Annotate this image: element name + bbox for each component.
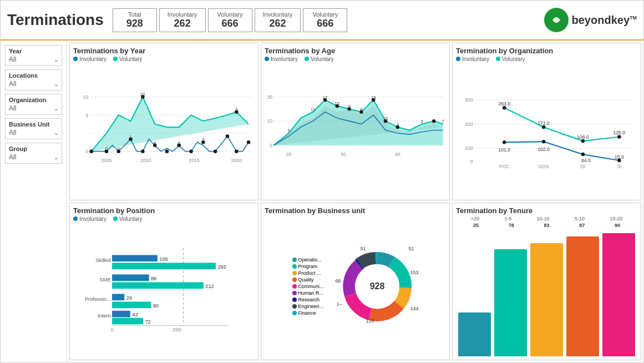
stat-box: Involuntary262: [255, 8, 301, 32]
stat-box: Voluntary666: [208, 8, 252, 32]
chart-by-age-area: 20 10 0 20 30 40: [265, 64, 446, 196]
svg-point-79: [542, 125, 546, 129]
filter-select[interactable]: All ⌄: [9, 153, 58, 161]
svg-rect-103: [112, 274, 149, 281]
chevron-down-icon: ⌄: [54, 81, 58, 87]
filter-group: Organization All ⌄: [5, 94, 62, 115]
svg-point-78: [503, 106, 506, 110]
filter-select[interactable]: All ⌄: [9, 104, 58, 112]
svg-text:200: 200: [465, 122, 473, 127]
svg-text:29: 29: [126, 295, 132, 301]
svg-text:105: 105: [159, 256, 168, 262]
svg-text:9: 9: [348, 104, 350, 109]
svg-text:POC: POC: [499, 164, 510, 169]
svg-text:Professio...: Professio...: [85, 296, 111, 302]
label-1: 1–: [337, 301, 342, 307]
chevron-down-icon: ⌄: [54, 105, 58, 112]
filter-select[interactable]: All ⌄: [9, 129, 58, 137]
svg-text:101.0: 101.0: [498, 147, 510, 153]
filter-select[interactable]: All ⌄: [9, 80, 58, 88]
chart-by-position-legend: Involuntary Voluntary: [73, 216, 255, 222]
filter-label: Locations: [9, 72, 58, 79]
svg-point-17: [141, 149, 145, 153]
svg-text:10: 10: [83, 94, 89, 100]
svg-point-81: [617, 135, 621, 139]
stat-box: Total928: [113, 8, 157, 32]
stat-label: Voluntary: [216, 11, 244, 18]
filter-group: Business Unit All ⌄: [5, 118, 62, 139]
filter-group: Locations All ⌄: [5, 69, 62, 90]
stat-label: Involuntary: [263, 11, 293, 18]
label-51-left: 51: [361, 246, 366, 251]
product-dot: [292, 271, 297, 275]
svg-text:72: 72: [145, 319, 151, 325]
header-stats: Total928Involuntary262Voluntary666Involu…: [113, 8, 539, 32]
svg-text:40: 40: [395, 152, 400, 157]
legend-quality: Quality: [292, 277, 331, 283]
svg-text:2005: 2005: [101, 158, 112, 163]
stat-value: 262: [263, 18, 293, 29]
label-110: 110: [366, 318, 374, 324]
org-involuntary-dot: [456, 57, 460, 61]
svg-text:SME: SME: [100, 277, 111, 283]
svg-marker-47: [273, 100, 443, 145]
svg-text:102.0: 102.0: [537, 147, 550, 152]
donut-total: 928: [369, 281, 384, 291]
svg-text:SI: SI: [617, 164, 621, 169]
filter-group: Year All ⌄: [5, 45, 62, 66]
svg-point-23: [214, 149, 217, 153]
svg-text:15.0: 15.0: [615, 154, 624, 160]
tenure-bar-1-5: [494, 249, 527, 356]
svg-point-80: [581, 139, 585, 143]
svg-text:3: 3: [202, 137, 204, 142]
svg-text:GDS: GDS: [539, 164, 549, 169]
legend-program: Program: [292, 264, 331, 269]
svg-text:292: 292: [217, 264, 226, 270]
main-content: Year All ⌄ Locations All ⌄ Organization …: [1, 41, 643, 362]
legend-operations: Operatio...: [292, 257, 331, 263]
tenure-bar-gt20: [458, 312, 491, 356]
tenure-group-labels: >20 1-5 10-15 5-10 15-20: [456, 216, 637, 221]
svg-point-26: [247, 140, 251, 144]
svg-text:263.0: 263.0: [498, 101, 510, 107]
chart-by-year-area: 10 5 0 2005 2010 2015 2020: [73, 64, 255, 196]
community-dot: [292, 284, 297, 289]
svg-text:0: 0: [270, 143, 272, 148]
legend-finance: Finance: [292, 310, 331, 316]
svg-rect-105: [112, 282, 204, 289]
hr-dot: [292, 291, 297, 295]
filter-label: Organization: [9, 97, 58, 103]
finance-dot: [292, 311, 297, 315]
filter-label: Year: [9, 48, 58, 54]
by-position-svg: Skilled SME Professio... Intern 105 292 …: [73, 224, 255, 356]
svg-text:3: 3: [420, 119, 423, 124]
sidebar: Year All ⌄ Locations All ⌄ Organization …: [1, 41, 67, 362]
svg-text:20: 20: [267, 94, 272, 100]
filter-label: Group: [9, 145, 58, 152]
filter-select[interactable]: All ⌄: [9, 56, 58, 63]
legend-product: Product ...: [292, 270, 331, 276]
svg-text:1: 1: [129, 134, 131, 139]
svg-rect-113: [112, 318, 143, 325]
label-51-right: 51: [408, 246, 414, 251]
involuntary-dot: [73, 57, 78, 61]
pos-involuntary-dot: [73, 216, 78, 221]
chart-by-age-title: Terminations by Age: [265, 47, 446, 55]
stat-label: Voluntary: [311, 11, 339, 18]
donut-svg: 928: [336, 245, 419, 328]
svg-text:18: 18: [371, 95, 376, 100]
chart-by-org-title: Termination by Organization: [456, 47, 637, 55]
svg-text:0: 0: [118, 146, 120, 151]
logo: beyondkeyTM: [544, 8, 637, 32]
filter-group: Group All ⌄: [5, 143, 62, 164]
chart-by-position-area: Skilled SME Professio... Intern 105 292 …: [73, 224, 255, 356]
by-year-svg: 10 5 0 2005 2010 2015 2020: [73, 64, 255, 196]
by-age-svg: 20 10 0 20 30 40: [265, 64, 446, 196]
label-153: 153: [410, 270, 418, 275]
svg-rect-109: [112, 302, 151, 309]
svg-text:44.0: 44.0: [581, 158, 591, 163]
legend-research: Research: [292, 297, 331, 302]
legend-engineering: Engineeri...: [292, 304, 331, 309]
donut-chart-container: 928 51 51 153 144 110 66 1–: [336, 245, 419, 328]
chart-by-position-title: Termination by Position: [73, 206, 255, 215]
